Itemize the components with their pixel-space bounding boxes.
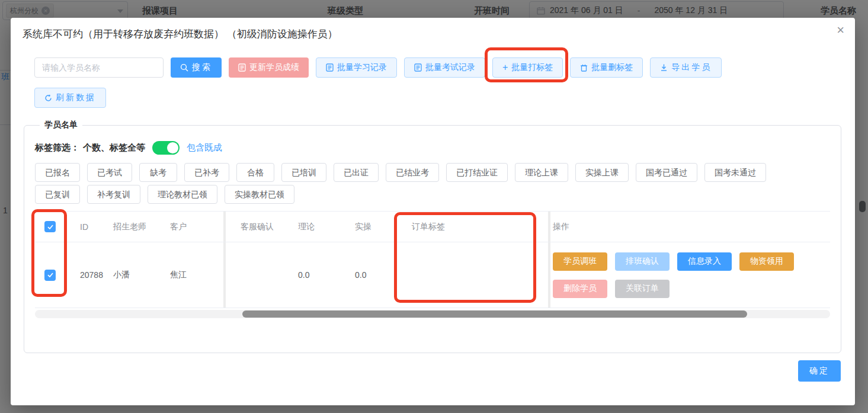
batch-add-tag-button[interactable]: + 批量打标签	[492, 57, 563, 78]
tag-chip[interactable]: 国考未通过	[704, 163, 766, 182]
document-icon	[238, 63, 246, 72]
batch-study-records-button[interactable]: 批量学习记录	[316, 57, 397, 78]
tag-chip[interactable]: 已打结业证	[446, 163, 508, 182]
tag-chip[interactable]: 已复训	[35, 185, 80, 204]
search-button[interactable]: 搜索	[171, 57, 222, 78]
cell-teacher: 小潘	[113, 270, 170, 280]
col-header-confirm: 客服确认	[226, 222, 298, 232]
student-list-section: 学员名单 标签筛选： 个数、标签全等 包含既成 已报名 已考试 缺考 已补考 合…	[24, 120, 841, 353]
check-icon	[47, 271, 54, 278]
confirm-button[interactable]: 确定	[798, 360, 841, 382]
search-icon	[180, 63, 188, 72]
modal-title: 系统库不可约（用于转移存放废弃约班数据） （初级消防设施操作员）	[23, 27, 338, 41]
tag-chip[interactable]: 实操教材已领	[225, 185, 294, 204]
student-name-search-input[interactable]	[34, 57, 164, 78]
schedule-confirm-button[interactable]: 排班确认	[615, 252, 670, 271]
screen: 杭州分校× 报课项目 全部 班级类型 线下班× 1 开班时间 2021 年 06…	[0, 0, 868, 413]
col-header-theory: 理论	[298, 222, 355, 232]
trash-icon	[580, 63, 588, 72]
col-header-teacher: 招生老师	[113, 222, 170, 232]
select-all-checkbox[interactable]	[44, 221, 56, 232]
material-collect-button[interactable]: 物资领用	[739, 252, 794, 271]
batch-exam-records-button[interactable]: 批量考试记录	[404, 57, 485, 78]
table-row: 20788 小潘 焦江 0.0 0.0 学员调班 排班确认 信息录入 物	[35, 242, 830, 308]
tag-chip[interactable]: 已培训	[281, 163, 326, 182]
tag-filter-label: 标签筛选：	[35, 142, 79, 153]
include-existing-link[interactable]: 包含既成	[187, 142, 222, 153]
col-header-actions: 操作	[550, 222, 830, 232]
batch-remove-tag-button[interactable]: 批量删标签	[570, 57, 643, 78]
col-header-order-tags: 订单标签	[412, 222, 548, 232]
tag-chip[interactable]: 缺考	[139, 163, 177, 182]
update-scores-button[interactable]: 更新学员成绩	[229, 57, 309, 78]
scrollbar-thumb[interactable]	[242, 310, 747, 318]
tag-filter-toggle[interactable]	[152, 141, 180, 155]
toolbar-row-2: 刷新数据	[34, 88, 106, 108]
check-icon	[47, 223, 54, 230]
tag-chip-list: 已报名 已考试 缺考 已补考 合格 已培训 已出证 已结业考 已打结业证 理论上…	[35, 163, 805, 204]
plus-icon: +	[502, 63, 508, 72]
toolbar: 搜索 更新学员成绩 批量学习记录 批量考试记录 + 批量打标签	[34, 57, 722, 78]
document-icon	[414, 63, 422, 72]
col-header-id: ID	[80, 222, 113, 232]
export-students-button[interactable]: 导出学员	[650, 57, 722, 78]
tag-chip[interactable]: 合格	[236, 163, 274, 182]
document-icon	[326, 63, 334, 72]
col-header-customer: 客户	[170, 222, 223, 232]
tag-chip[interactable]: 国考已通过	[636, 163, 697, 182]
refresh-icon	[44, 94, 52, 102]
tag-filter-row: 标签筛选： 个数、标签全等 包含既成	[35, 141, 830, 155]
tag-chip[interactable]: 补考复训	[87, 185, 140, 204]
col-header-practice: 实操	[355, 222, 412, 232]
tag-filter-mode: 个数、标签全等	[83, 142, 145, 153]
transfer-class-button[interactable]: 学员调班	[553, 252, 607, 271]
tag-chip[interactable]: 已补考	[184, 163, 229, 182]
delete-student-button[interactable]: 删除学员	[553, 280, 607, 298]
tag-chip[interactable]: 实操上课	[575, 163, 629, 182]
cell-customer: 焦江	[170, 270, 223, 280]
cell-theory-score: 0.0	[298, 270, 355, 280]
tag-chip[interactable]: 已考试	[87, 163, 132, 182]
cell-practice-score: 0.0	[355, 270, 412, 280]
close-icon[interactable]: ×	[837, 24, 844, 37]
info-entry-button[interactable]: 信息录入	[677, 252, 732, 271]
tag-chip[interactable]: 已结业考	[386, 163, 439, 182]
row-checkbox[interactable]	[44, 270, 56, 281]
download-icon	[660, 63, 668, 72]
cell-id: 20788	[80, 270, 103, 280]
student-transfer-modal: 系统库不可约（用于转移存放废弃约班数据） （初级消防设施操作员） × 搜索 更新…	[11, 18, 855, 405]
section-legend: 学员名单	[40, 120, 82, 130]
tag-chip[interactable]: 理论上课	[515, 163, 568, 182]
link-order-button[interactable]: 关联订单	[615, 280, 670, 298]
table-header-row: ID 招生老师 客户 客服确认 理论 实操 订单标签 操作	[35, 211, 830, 242]
tag-chip[interactable]: 已报名	[35, 163, 80, 182]
refresh-data-button[interactable]: 刷新数据	[34, 88, 106, 108]
fixed-column-divider	[223, 242, 226, 308]
batch-tag-annotation-wrap: + 批量打标签	[492, 57, 563, 78]
tag-chip[interactable]: 已出证	[334, 163, 379, 182]
row-actions: 学员调班 排班确认 信息录入 物资领用 删除学员 关联订单	[553, 252, 813, 298]
student-table: ID 招生老师 客户 客服确认 理论 实操 订单标签 操作	[35, 211, 830, 318]
tag-chip[interactable]: 理论教材已领	[148, 185, 217, 204]
table-horizontal-scrollbar[interactable]	[35, 310, 830, 318]
